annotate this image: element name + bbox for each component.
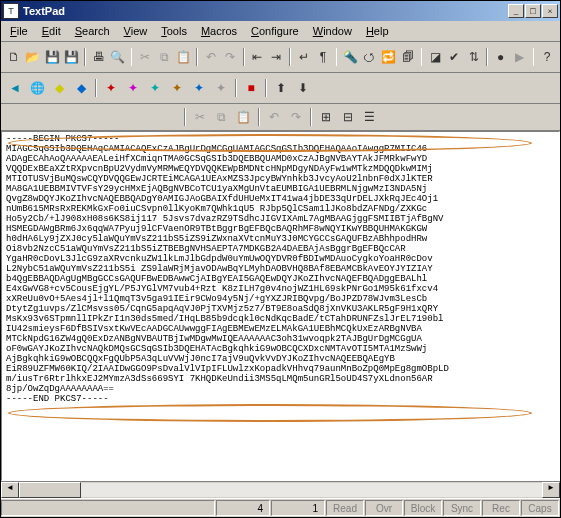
scroll-right-icon[interactable]: ► — [542, 482, 560, 498]
toolbar-doc: ✂ ⧉ 📋 ↶ ↷ ⊞ ⊟ ☰ — [1, 104, 560, 131]
doc-tool1-icon[interactable]: ⊞ — [316, 107, 336, 127]
menu-file[interactable]: File — [3, 24, 35, 38]
menu-window[interactable]: Window — [306, 24, 359, 38]
menu-macros[interactable]: Macros — [194, 24, 244, 38]
annotation-oval-end — [8, 404, 532, 422]
horizontal-scrollbar[interactable]: ◄ ► — [1, 481, 560, 498]
toolbar-sep — [258, 108, 260, 126]
menu-edit[interactable]: Edit — [35, 24, 68, 38]
doc-paste-icon[interactable]: 📋 — [234, 107, 254, 127]
indent-left-icon[interactable]: ⇤ — [249, 47, 266, 67]
paste-icon[interactable]: 📋 — [175, 47, 192, 67]
maximize-button[interactable]: □ — [525, 4, 541, 18]
doc-cut-icon[interactable]: ✂ — [190, 107, 210, 127]
cut-icon[interactable]: ✂ — [136, 47, 153, 67]
toolbar-sep — [131, 48, 133, 66]
doc-tool2-icon[interactable]: ⊟ — [338, 107, 358, 127]
wrap-icon[interactable]: ↵ — [295, 47, 312, 67]
close-button[interactable]: × — [542, 4, 558, 18]
marker6-icon[interactable]: ✦ — [211, 78, 231, 98]
toolbar-sep — [196, 48, 198, 66]
toolbar-sep — [533, 48, 535, 66]
copy-icon[interactable]: ⧉ — [156, 47, 173, 67]
status-ovr: Ovr — [365, 500, 403, 516]
menu-tools[interactable]: Tools — [154, 24, 194, 38]
show-spaces-icon[interactable]: ¶ — [314, 47, 331, 67]
toolbar-main: 🗋 📂 💾 💾 🖶 🔍 ✂ ⧉ 📋 ↶ ↷ ⇤ ⇥ ↵ ¶ 🔦 ⭯ 🔁 🗐 ◪ … — [1, 42, 560, 73]
status-read: Read — [326, 500, 364, 516]
find-next-icon[interactable]: ⭯ — [361, 47, 378, 67]
marker3-icon[interactable]: ✦ — [145, 78, 165, 98]
macro-play-icon[interactable]: ▶ — [511, 47, 528, 67]
menu-help[interactable]: Help — [359, 24, 396, 38]
app-window: T TextPad _ □ × File Edit Search View To… — [0, 0, 561, 518]
sort-icon[interactable]: ⇅ — [465, 47, 482, 67]
scroll-track[interactable] — [81, 483, 542, 497]
doc-tool3-icon[interactable]: ☰ — [360, 107, 380, 127]
menu-search[interactable]: Search — [68, 24, 117, 38]
toolbar-sep — [289, 48, 291, 66]
find-files-icon[interactable]: 🗐 — [399, 47, 416, 67]
open-icon[interactable]: 📂 — [24, 47, 41, 67]
toolbar-sep — [421, 48, 423, 66]
save-all-icon[interactable]: 💾 — [63, 47, 80, 67]
menu-view[interactable]: View — [117, 24, 155, 38]
toolbar-sep — [310, 108, 312, 126]
scroll-left-icon[interactable]: ◄ — [1, 482, 19, 498]
new-icon[interactable]: 🗋 — [5, 47, 22, 67]
status-caps: Caps — [521, 500, 559, 516]
bookmark-next-icon[interactable]: 🌐 — [27, 78, 47, 98]
titlebar: T TextPad _ □ × — [1, 1, 560, 21]
menu-configure[interactable]: Configure — [244, 24, 306, 38]
print-icon[interactable]: 🖶 — [90, 47, 107, 67]
toolbar-sep — [95, 79, 97, 97]
help-icon[interactable]: ? — [538, 47, 555, 67]
bookmark-toggle-icon[interactable]: ◄ — [5, 78, 25, 98]
toolbar-sep — [235, 79, 237, 97]
spell-icon[interactable]: ✔ — [446, 47, 463, 67]
status-line: 4 — [216, 500, 270, 516]
editor-area[interactable]: -----BEGIN PKCS7----- MIAGCSqGSIb3DQEHAq… — [1, 131, 560, 481]
status-block: Block — [404, 500, 442, 516]
macro-rec-icon[interactable]: ● — [492, 47, 509, 67]
save-icon[interactable]: 💾 — [44, 47, 61, 67]
toolbar-sep — [486, 48, 488, 66]
stop-icon[interactable]: ■ — [241, 78, 261, 98]
window-controls: _ □ × — [508, 4, 558, 18]
status-rec: Rec — [482, 500, 520, 516]
toolbar-sep — [84, 48, 86, 66]
doc-redo-icon[interactable]: ↷ — [286, 107, 306, 127]
tool-yellow-icon[interactable]: ◆ — [49, 78, 69, 98]
compare-icon[interactable]: ◪ — [426, 47, 443, 67]
toolbar-sep — [265, 79, 267, 97]
marker5-icon[interactable]: ✦ — [189, 78, 209, 98]
marker4-icon[interactable]: ✦ — [167, 78, 187, 98]
find-icon[interactable]: 🔦 — [341, 47, 358, 67]
scroll-thumb[interactable] — [19, 482, 81, 498]
prev-icon[interactable]: ⬆ — [271, 78, 291, 98]
doc-undo-icon[interactable]: ↶ — [264, 107, 284, 127]
toolbar-sep — [336, 48, 338, 66]
replace-icon[interactable]: 🔁 — [380, 47, 397, 67]
minimize-button[interactable]: _ — [508, 4, 524, 18]
highlight-overlay: -----BEGIN PKCS7----- MIAGCSqGSIb3DQEHAq… — [2, 132, 559, 406]
print-preview-icon[interactable]: 🔍 — [109, 47, 126, 67]
toolbar-secondary: ◄ 🌐 ◆ ◆ ✦ ✦ ✦ ✦ ✦ ✦ ■ ⬆ ⬇ — [1, 73, 560, 104]
toolbar-sep — [243, 48, 245, 66]
redo-icon[interactable]: ↷ — [221, 47, 238, 67]
editor-text[interactable]: -----BEGIN PKCS7----- MIAGCSqGSIb3DQEHAq… — [2, 132, 559, 406]
tool-blue-icon[interactable]: ◆ — [71, 78, 91, 98]
undo-icon[interactable]: ↶ — [202, 47, 219, 67]
statusbar: 4 1 Read Ovr Block Sync Rec Caps — [1, 498, 560, 517]
next-icon[interactable]: ⬇ — [293, 78, 313, 98]
menubar: File Edit Search View Tools Macros Confi… — [1, 21, 560, 42]
marker2-icon[interactable]: ✦ — [123, 78, 143, 98]
marker1-icon[interactable]: ✦ — [101, 78, 121, 98]
status-col: 1 — [271, 500, 325, 516]
doc-copy-icon[interactable]: ⧉ — [212, 107, 232, 127]
toolbar-sep — [184, 108, 186, 126]
status-sync: Sync — [443, 500, 481, 516]
app-icon: T — [3, 3, 19, 19]
indent-right-icon[interactable]: ⇥ — [268, 47, 285, 67]
app-title: TextPad — [23, 5, 508, 17]
